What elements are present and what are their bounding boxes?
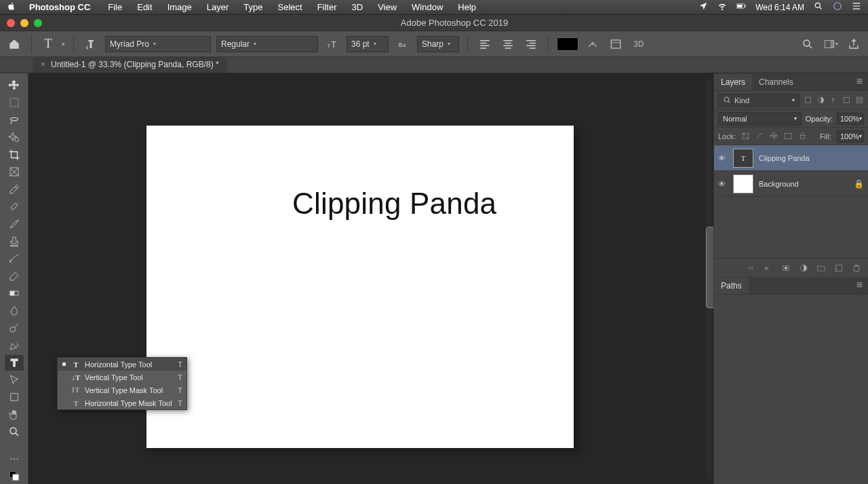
- type-tool[interactable]: [5, 355, 24, 371]
- menu-3d[interactable]: 3D: [346, 1, 370, 14]
- pen-tool[interactable]: [5, 337, 24, 354]
- layer-thumbnail[interactable]: T: [733, 149, 753, 168]
- quick-select-tool[interactable]: [5, 130, 24, 146]
- layer-background[interactable]: 👁 Background 🔒: [714, 171, 868, 197]
- font-size-dropdown[interactable]: 36 pt▾: [347, 36, 389, 52]
- lock-icon[interactable]: 🔒: [854, 179, 864, 189]
- lasso-tool[interactable]: [5, 112, 24, 128]
- flyout-item-horizontal-type-mask[interactable]: T Horizontal Type Mask ToolT: [58, 396, 186, 409]
- blur-tool[interactable]: [5, 303, 24, 319]
- filter-smart-icon[interactable]: [855, 96, 864, 105]
- panel-menu-icon[interactable]: ≡: [851, 73, 868, 90]
- history-brush-tool[interactable]: [5, 250, 24, 267]
- menu-image[interactable]: Image: [161, 1, 198, 14]
- lock-nesting-icon[interactable]: [784, 132, 793, 141]
- document-tab[interactable]: × Untitled-1 @ 33.3% (Clipping Panda, RG…: [33, 56, 227, 73]
- hand-tool[interactable]: [5, 407, 24, 423]
- share-icon[interactable]: [845, 35, 863, 53]
- layer-clipping-panda[interactable]: 👁 T Clipping Panda: [714, 145, 868, 171]
- adjustment-icon[interactable]: [799, 263, 808, 273]
- layer-thumbnail[interactable]: [733, 174, 753, 193]
- filter-type-icon[interactable]: T: [829, 96, 838, 105]
- spotlight-icon[interactable]: [814, 1, 823, 13]
- apple-icon[interactable]: [7, 1, 16, 13]
- wifi-icon[interactable]: [717, 1, 727, 13]
- blend-mode-dropdown[interactable]: Normal▾: [718, 112, 802, 126]
- trash-icon[interactable]: [852, 263, 861, 273]
- battery-icon[interactable]: [736, 1, 746, 13]
- notification-icon[interactable]: [852, 1, 861, 13]
- zoom-tool[interactable]: [5, 424, 24, 441]
- scrollbar-thumb[interactable]: [706, 227, 713, 308]
- paths-panel[interactable]: [714, 295, 868, 484]
- group-icon[interactable]: [816, 263, 826, 273]
- search-icon[interactable]: [799, 35, 816, 53]
- color-swatches[interactable]: [5, 468, 24, 484]
- workspace-icon[interactable]: ▾: [822, 35, 840, 53]
- app-name[interactable]: Photoshop CC: [23, 1, 96, 14]
- flyout-item-vertical-type-mask[interactable]: ⁞T Vertical Type Mask ToolT: [58, 384, 186, 396]
- lock-transparent-icon[interactable]: [741, 132, 750, 141]
- lock-all-icon[interactable]: [798, 132, 807, 141]
- menu-edit[interactable]: Edit: [131, 1, 158, 14]
- 3d-icon[interactable]: 3D: [630, 35, 648, 53]
- vertical-scrollbar[interactable]: [705, 77, 712, 480]
- opacity-field[interactable]: 100%▾: [837, 113, 864, 125]
- tab-channels[interactable]: Channels: [752, 74, 800, 90]
- path-select-tool[interactable]: [5, 372, 24, 388]
- window-minimize[interactable]: [20, 19, 28, 27]
- font-family-dropdown[interactable]: Myriad Pro▾: [105, 36, 211, 52]
- clock[interactable]: Wed 6:14 AM: [755, 3, 804, 12]
- mask-icon[interactable]: [781, 263, 791, 273]
- text-orientation-icon[interactable]: [82, 35, 100, 53]
- menu-type[interactable]: Type: [237, 1, 269, 14]
- home-button[interactable]: [5, 35, 23, 53]
- canvas-area[interactable]: Clipping Panda T Horizontal Type ToolT ↓…: [28, 73, 713, 484]
- close-tab-icon[interactable]: ×: [41, 60, 45, 69]
- antialias-dropdown[interactable]: Sharp▾: [417, 36, 459, 52]
- window-maximize[interactable]: [34, 19, 42, 27]
- menu-select[interactable]: Select: [271, 1, 308, 14]
- menu-layer[interactable]: Layer: [201, 1, 235, 14]
- frame-tool[interactable]: [5, 164, 24, 181]
- marquee-tool[interactable]: [5, 95, 24, 111]
- shape-tool[interactable]: [5, 390, 24, 406]
- location-icon[interactable]: [698, 1, 708, 13]
- current-tool-icon[interactable]: T: [40, 36, 56, 52]
- dodge-tool[interactable]: [5, 320, 24, 336]
- tab-layers[interactable]: Layers: [714, 74, 752, 90]
- layer-name[interactable]: Background: [759, 180, 799, 188]
- eyedropper-tool[interactable]: [5, 181, 24, 198]
- layer-name[interactable]: Clipping Panda: [759, 154, 810, 162]
- filter-kind[interactable]: Kind▾: [718, 94, 800, 107]
- align-center-icon[interactable]: [499, 35, 517, 53]
- fill-field[interactable]: 100%▾: [837, 130, 864, 143]
- crop-tool[interactable]: [5, 147, 24, 163]
- gradient-tool[interactable]: [5, 285, 24, 301]
- stamp-tool[interactable]: [5, 234, 24, 250]
- align-left-icon[interactable]: [476, 35, 494, 53]
- move-tool[interactable]: [5, 77, 24, 94]
- eraser-tool[interactable]: [5, 268, 24, 284]
- align-right-icon[interactable]: [522, 35, 540, 53]
- fx-icon[interactable]: fx: [764, 263, 773, 273]
- text-color-swatch[interactable]: [557, 37, 578, 51]
- canvas[interactable]: Clipping Panda: [146, 126, 574, 448]
- font-style-dropdown[interactable]: Regular▾: [216, 36, 318, 52]
- edit-toolbar[interactable]: ⋯: [5, 451, 24, 467]
- visibility-icon[interactable]: 👁: [718, 180, 728, 188]
- visibility-icon[interactable]: 👁: [718, 154, 728, 162]
- heal-tool[interactable]: [5, 199, 24, 215]
- warp-text-icon[interactable]: T: [584, 35, 601, 53]
- menu-view[interactable]: View: [372, 1, 403, 14]
- menu-file[interactable]: File: [102, 1, 128, 14]
- lock-image-icon[interactable]: [755, 132, 764, 141]
- character-panel-icon[interactable]: [607, 35, 625, 53]
- flyout-item-horizontal-type[interactable]: T Horizontal Type ToolT: [58, 358, 186, 371]
- new-layer-icon[interactable]: [834, 263, 844, 273]
- link-icon[interactable]: [746, 263, 755, 273]
- window-close[interactable]: [7, 19, 15, 27]
- menu-help[interactable]: Help: [452, 1, 482, 14]
- siri-icon[interactable]: [833, 1, 842, 13]
- lock-position-icon[interactable]: [770, 132, 778, 141]
